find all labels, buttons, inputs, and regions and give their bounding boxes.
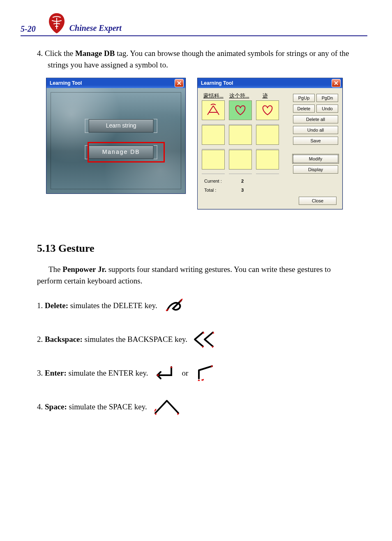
window-titlebar: Learning Tool	[46, 78, 185, 88]
learn-string-button[interactable]: Learn string	[89, 119, 154, 132]
display-button[interactable]: Display	[293, 165, 338, 174]
page-header: 5-20 Chinese Expert	[21, 12, 367, 36]
page-number: 5-20	[21, 24, 36, 34]
gesture-enter-icon-b	[193, 364, 218, 383]
close-button[interactable]: Close	[299, 197, 337, 205]
pgdn-button[interactable]: PgDn	[316, 94, 338, 102]
learning-tool-window-db: Learning Tool 蒙恬科... 这个符... 迹	[197, 78, 343, 209]
gesture-space: 4. Space: simulate the SPACE key.	[37, 397, 367, 416]
book-title: Chinese Expert	[69, 23, 122, 34]
gesture-space-icon	[151, 397, 183, 416]
gesture-enter: 3. Enter: simulate the ENTER key. or	[37, 364, 367, 383]
step-4-text: 4. Click the Manage DB tag. You can brow…	[37, 48, 367, 70]
symbol-cell[interactable]	[202, 125, 225, 145]
modify-button[interactable]: Modify	[293, 155, 338, 163]
symbol-cell[interactable]	[256, 100, 279, 120]
gesture-backspace: 2. Backspace: simulates the BACKSPACE ke…	[37, 330, 367, 349]
symbol-cell[interactable]	[229, 125, 252, 145]
section-heading: 5.13 Gesture	[37, 242, 367, 255]
window-close-button[interactable]	[175, 79, 184, 87]
learning-tool-window-menu: Learning Tool Learn string Manage DB	[46, 78, 186, 194]
gesture-delete-icon	[161, 296, 186, 315]
logo-seal-icon	[47, 12, 66, 34]
pgup-button[interactable]: PgUp	[293, 94, 315, 102]
window-close-button[interactable]	[332, 79, 341, 87]
symbol-cell[interactable]	[202, 100, 225, 120]
window-titlebar: Learning Tool	[198, 78, 342, 88]
delete-button[interactable]: Delete	[293, 104, 315, 113]
or-text: or	[182, 369, 189, 378]
delete-all-button[interactable]: Delete all	[293, 115, 338, 123]
undo-button[interactable]: Undo	[316, 104, 338, 113]
symbol-cell[interactable]	[256, 125, 279, 145]
save-button[interactable]: Save	[293, 137, 338, 145]
section-intro: The Penpower Jr. supports four standard …	[37, 264, 343, 286]
gesture-backspace-icon	[191, 330, 220, 349]
symbol-cell[interactable]	[229, 150, 252, 169]
gesture-delete: 1. Delete: simulates the DELETE key.	[37, 296, 367, 315]
gesture-enter-icon-a	[152, 364, 177, 383]
db-column-labels: 蒙恬科... 这个符... 迹	[202, 92, 290, 100]
symbol-cell[interactable]	[202, 150, 225, 169]
undo-all-button[interactable]: Undo all	[293, 126, 338, 134]
window-title: Learning Tool	[50, 80, 82, 86]
highlight-rectangle	[88, 142, 165, 163]
symbol-cell[interactable]	[256, 150, 279, 169]
window-title: Learning Tool	[201, 80, 233, 86]
symbol-cell-selected[interactable]	[229, 100, 252, 120]
current-stat: Current : 2	[202, 177, 338, 183]
total-stat: Total : 3	[202, 186, 338, 193]
